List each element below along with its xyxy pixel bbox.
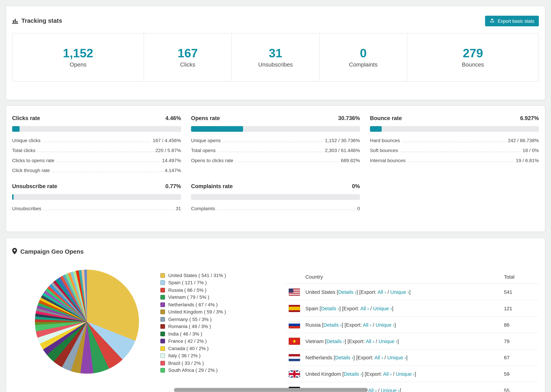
legend-swatch [160, 288, 165, 292]
rate-row-value: 31 [176, 206, 181, 213]
geo-table-header: Country Total [285, 270, 539, 284]
geo-opens-title: Campaign Geo Opens [20, 248, 84, 256]
export-all-link[interactable]: All › [363, 322, 371, 328]
rate-row-value: 689.82% [341, 158, 360, 165]
export-unique-link[interactable]: Unique › [396, 371, 415, 377]
country-name: United States [305, 289, 335, 295]
legend-label: Spain ( 121 / 7% ) [168, 280, 207, 286]
rate-row-label: Unique clicks [12, 138, 41, 145]
export-unique-link[interactable]: Unique › [387, 355, 406, 360]
legend-swatch [160, 324, 165, 329]
details-link[interactable]: Details › [335, 355, 353, 360]
legend-item: India ( 46 / 3% ) [160, 330, 259, 338]
rate-row: Total clicks 220 / 5.87% [12, 145, 181, 155]
stat-label: Clicks [180, 62, 195, 68]
country-flag-icon [289, 321, 300, 328]
export-all-link[interactable]: All › [368, 387, 377, 392]
tracking-stats-title-text: Tracking stats [21, 17, 62, 25]
dotted-leader [42, 142, 151, 142]
export-all-link[interactable]: All › [366, 338, 374, 344]
export-unique-link[interactable]: Unique › [390, 289, 409, 295]
country-total: 55 [504, 387, 539, 392]
rate-row-value: 4.147% [165, 168, 181, 175]
legend-swatch [160, 368, 165, 373]
country-flag-icon [289, 354, 300, 361]
legend-label: Germany ( 55 / 3% ) [168, 317, 212, 322]
legend-item: Netherlands ( 67 / 4% ) [160, 301, 259, 308]
rate-row: Click through rate 4.147% [12, 165, 181, 175]
rate-row: Internal bounces 19 / 6.81% [370, 155, 539, 165]
legend-label: Italy ( 36 / 2% ) [168, 353, 201, 358]
rate-row-label: Click through rate [12, 168, 50, 175]
rate-row-value: 0 [357, 206, 360, 213]
legend-item: United Kingdom ( 59 / 3% ) [160, 308, 259, 316]
country-total: 121 [504, 305, 539, 311]
rate-row-label: Hard bounces [370, 138, 400, 145]
progress-bar-fill [12, 194, 14, 200]
country-flag-icon [289, 370, 300, 378]
stat-label: Opens [70, 62, 86, 68]
rate-title: Opens rate [191, 115, 220, 121]
export-unique-link[interactable]: Unique › [373, 305, 392, 311]
progress-bar [370, 126, 539, 132]
country-total: 79 [504, 338, 539, 344]
progress-bar [191, 194, 360, 200]
horizontal-scrollbar-thumb[interactable] [174, 388, 368, 392]
dotted-leader [57, 162, 160, 162]
geo-pie-chart [35, 270, 139, 374]
map-pin-icon [12, 248, 17, 256]
rate-row: Unique clicks 167 / 4.456% [12, 135, 181, 145]
rate-row-label: Unsubscribes [12, 206, 41, 213]
geo-opens-header: Campaign Geo Opens [12, 238, 539, 261]
legend-swatch [160, 361, 165, 365]
country-total: 59 [504, 371, 539, 377]
legend-label: Canada ( 40 / 2% ) [168, 346, 209, 351]
details-link[interactable]: Details › [321, 305, 339, 311]
export-all-link[interactable]: All › [360, 305, 369, 311]
tracking-stats-card: Tracking stats Export basic stats 1,152 … [6, 6, 545, 100]
legend-item: United States ( 541 / 31% ) [160, 272, 259, 279]
details-link[interactable]: Details › [326, 338, 345, 344]
export-unique-link[interactable]: Unique › [381, 387, 400, 392]
rate-row: Opens to clicks rate 689.82% [191, 155, 360, 165]
rate-rows: Complaints 0 [191, 203, 360, 213]
export-unique-link[interactable]: Unique › [376, 322, 395, 328]
dotted-leader [218, 152, 323, 152]
rate-value: 4.46% [165, 115, 181, 121]
table-row: Spain [Details ›] [Export: All › / Uniqu… [285, 300, 539, 317]
rate-head: Unsubscribe rate 0.77% [12, 183, 181, 189]
progress-bar-fill [12, 126, 20, 132]
export-all-link[interactable]: All › [374, 355, 383, 360]
table-row: Netherlands [Details ›] [Export: All › /… [285, 350, 539, 366]
rate-row-label: Complaints [191, 206, 215, 213]
legend-swatch [160, 273, 165, 278]
legend-item: France ( 42 / 2% ) [160, 337, 259, 345]
rate-row: Unsubscribes 31 [12, 203, 181, 213]
export-basic-stats-button[interactable]: Export basic stats [485, 16, 539, 26]
rate-head: Bounce rate 6.927% [370, 115, 539, 121]
export-unique-link[interactable]: Unique › [379, 338, 397, 344]
export-all-link[interactable]: All › [377, 289, 386, 295]
rate-row-value: 242 / 86.738% [508, 138, 539, 145]
country-total: 67 [504, 355, 539, 360]
stat-box-unsubscribes: 31 Unsubscribes [231, 34, 319, 81]
rate-row-label: Internal bounces [370, 158, 406, 165]
rate-title: Unsubscribe rate [12, 183, 57, 189]
details-link[interactable]: Details › [338, 289, 356, 295]
tracking-stats-title: Tracking stats [12, 17, 62, 25]
export-all-link[interactable]: All › [383, 371, 392, 377]
rate-row: Complaints 0 [191, 203, 360, 213]
geo-table-body: United States [Details ›] [Export: All ›… [285, 284, 539, 392]
table-row: United Kingdom [Details ›] [Export: All … [285, 366, 539, 382]
rate-rows: Hard bounces 242 / 86.738% Soft bounces … [370, 135, 539, 165]
details-link[interactable]: Details › [323, 322, 342, 328]
page: Tracking stats Export basic stats 1,152 … [0, 0, 551, 392]
legend-item: South Africa ( 29 / 2% ) [160, 367, 259, 374]
legend-label: Russia ( 86 / 5% ) [168, 287, 206, 293]
stat-box-bounces: 279 Bounces [407, 34, 538, 81]
rate-title: Complaints rate [191, 183, 233, 189]
rate-value: 30.736% [338, 115, 360, 121]
details-link[interactable]: Details › [344, 371, 362, 377]
rate-rows: Unsubscribes 31 [12, 203, 181, 213]
stat-label: Complaints [349, 62, 378, 68]
